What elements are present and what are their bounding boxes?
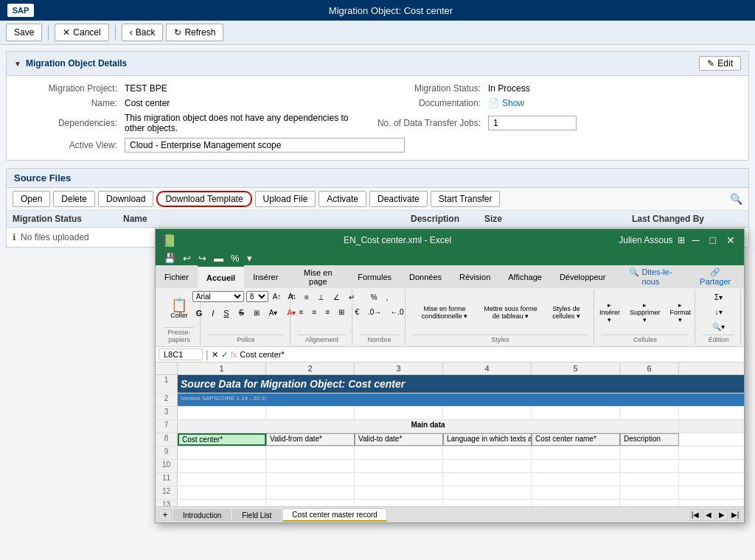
qa-save-button[interactable]: 💾: [161, 253, 178, 264]
tab-inserer[interactable]: Insérer: [244, 265, 287, 288]
cell-11-2[interactable]: [266, 473, 355, 486]
cell-13-5[interactable]: [532, 500, 620, 506]
cell-1-1[interactable]: Source Data for Migration Object: Cost c…: [178, 375, 679, 393]
cell-3-4[interactable]: [443, 407, 532, 419]
cell-8-5[interactable]: Cost center name*: [532, 433, 620, 446]
cell-12-1[interactable]: [178, 486, 266, 499]
col-3-header[interactable]: 3: [355, 363, 443, 374]
tab-mise-en-page[interactable]: Mise en page: [287, 265, 349, 288]
align-center[interactable]: ≡: [309, 306, 321, 318]
currency-btn[interactable]: €: [351, 306, 363, 318]
sheet-nav-next[interactable]: ▶: [716, 509, 728, 521]
download-template-button[interactable]: Download Template: [156, 191, 251, 207]
cell-8-4[interactable]: Language in which texts are: [443, 433, 532, 446]
cell-8-1[interactable]: Cost center*: [178, 433, 266, 446]
cell-11-3[interactable]: [355, 473, 443, 486]
angle-text[interactable]: ∠: [330, 291, 344, 304]
cell-10-5[interactable]: [532, 460, 620, 472]
cell-3-6[interactable]: [620, 407, 679, 419]
cell-12-4[interactable]: [443, 486, 532, 499]
refresh-button[interactable]: ↻ Refresh: [166, 24, 223, 41]
cell-9-4[interactable]: [443, 447, 532, 459]
cell-styles[interactable]: Styles de cellules ▾: [545, 303, 588, 322]
cell-8-3[interactable]: Valid-to date*: [355, 433, 443, 446]
insert-btn[interactable]: ▸ Insérer ▾: [596, 299, 624, 326]
cell-13-4[interactable]: [443, 500, 532, 506]
cell-9-2[interactable]: [266, 447, 355, 459]
col-1-header[interactable]: 1: [178, 363, 266, 374]
delete-btn[interactable]: ▸ Supprimer ▾: [626, 299, 664, 326]
cell-3-5[interactable]: [532, 407, 620, 419]
collapse-icon[interactable]: ▼: [14, 60, 21, 68]
col-5-header[interactable]: 5: [532, 363, 620, 374]
cell-9-3[interactable]: [355, 447, 443, 459]
merge-cells[interactable]: ⊞: [335, 306, 348, 318]
cell-11-5[interactable]: [532, 473, 620, 486]
cell-3-2[interactable]: [266, 407, 355, 419]
cell-9-1[interactable]: [178, 447, 266, 459]
cell-12-2[interactable]: [266, 486, 355, 499]
align-left[interactable]: ≡: [296, 306, 307, 318]
cell-10-4[interactable]: [443, 460, 532, 472]
italic-button[interactable]: I: [208, 307, 218, 320]
fill-btn[interactable]: ↓▾: [711, 306, 726, 318]
format-btn[interactable]: ▸ Format ▾: [667, 299, 695, 326]
download-button[interactable]: Download: [98, 191, 153, 207]
cell-10-6[interactable]: [620, 460, 679, 472]
sheet-nav-first[interactable]: |◀: [689, 509, 701, 521]
cell-3-3[interactable]: [355, 407, 443, 419]
cell-10-2[interactable]: [266, 460, 355, 472]
qa-dropdown-button[interactable]: ▾: [245, 253, 254, 264]
align-top[interactable]: ⊤: [285, 291, 299, 304]
open-button[interactable]: Open: [13, 191, 50, 207]
sheet-tab-field-list[interactable]: Field List: [232, 509, 281, 521]
restore-button[interactable]: □: [707, 234, 719, 246]
find-btn[interactable]: 🔍▾: [709, 321, 728, 333]
start-transfer-button[interactable]: Start Transfer: [431, 191, 501, 207]
cell-reference-input[interactable]: [159, 349, 203, 360]
tab-dites-le-nous[interactable]: 🔍 Dites-le-nous: [614, 265, 686, 288]
sum-btn[interactable]: Σ▾: [711, 291, 726, 304]
share-button[interactable]: 🔗 Partager: [686, 265, 744, 288]
activate-button[interactable]: Activate: [319, 191, 366, 207]
qa-undo-button[interactable]: ↩: [181, 253, 193, 264]
minimize-button[interactable]: ─: [689, 234, 703, 246]
decrease-decimal[interactable]: .0→: [364, 306, 385, 318]
no-jobs-input[interactable]: [488, 116, 577, 130]
number-format[interactable]: %: [367, 291, 381, 304]
sheet-tab-cost-center[interactable]: Cost center master record: [282, 508, 387, 522]
add-sheet-button[interactable]: +: [159, 509, 172, 521]
documentation-show-link[interactable]: 📄 Show: [488, 98, 734, 108]
deactivate-button[interactable]: Deactivate: [369, 191, 428, 207]
search-button[interactable]: 🔍: [730, 193, 742, 205]
upload-file-button[interactable]: Upload File: [255, 191, 316, 207]
cell-12-5[interactable]: [532, 486, 620, 499]
cell-13-3[interactable]: [355, 500, 443, 506]
cell-12-6[interactable]: [620, 486, 679, 499]
cell-13-6[interactable]: [620, 500, 679, 506]
increase-decimal[interactable]: ←.0: [386, 306, 407, 318]
font-family-select[interactable]: Arial: [192, 291, 244, 302]
cell-13-1[interactable]: [178, 500, 266, 506]
qa-redo-button[interactable]: ↪: [196, 253, 209, 264]
sheet-nav-prev[interactable]: ◀: [703, 509, 714, 521]
cell-9-6[interactable]: [620, 447, 679, 459]
font-size-select[interactable]: 8: [246, 291, 268, 302]
cell-2-1[interactable]: Version SAPSCORE 1.14 - 20.19.010B © Cop…: [178, 393, 266, 406]
align-right[interactable]: ≡: [321, 306, 333, 318]
cell-10-3[interactable]: [355, 460, 443, 472]
border-button[interactable]: ⊞: [250, 307, 263, 319]
col-6-header[interactable]: 6: [620, 363, 679, 374]
bold-button[interactable]: G: [192, 307, 206, 320]
col-2-header[interactable]: 2: [266, 363, 355, 374]
cell-10-1[interactable]: [178, 460, 266, 472]
cell-11-1[interactable]: [178, 473, 266, 486]
align-bottom[interactable]: ⊥: [314, 291, 328, 304]
qa-format-button[interactable]: ▬: [212, 253, 226, 264]
qa-percent-button[interactable]: %: [229, 253, 242, 264]
fill-color-button[interactable]: A▾: [265, 307, 282, 319]
edit-button[interactable]: ✎ Edit: [699, 56, 741, 71]
tab-formules[interactable]: Formules: [349, 265, 400, 288]
font-size-increase[interactable]: A↑: [271, 292, 284, 301]
tab-affichage[interactable]: Affichage: [499, 265, 551, 288]
